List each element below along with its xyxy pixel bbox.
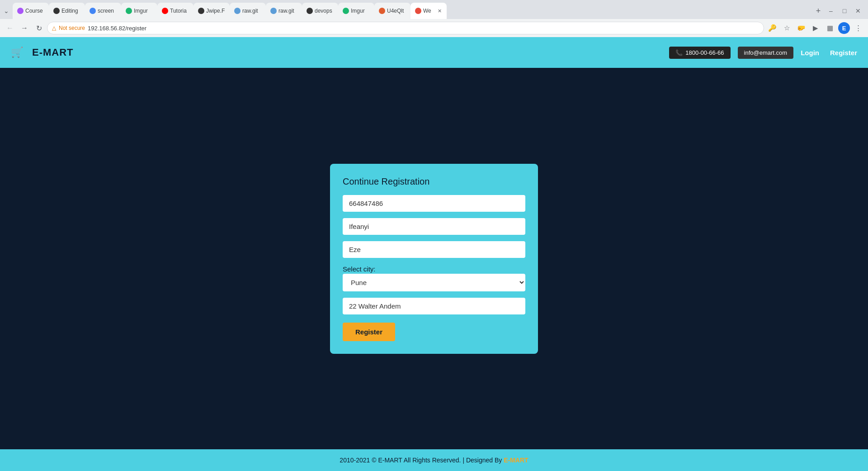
key-icon[interactable]: 🔑 [766, 22, 778, 34]
tab-favicon-4 [162, 8, 168, 14]
browser-tab-5[interactable]: Jwipe.F [193, 3, 230, 19]
tab-favicon-0 [17, 8, 24, 14]
menu-icon[interactable]: ⋮ [852, 22, 864, 34]
brand-name: E-MART [32, 47, 74, 58]
media-icon[interactable]: ▶ [809, 22, 822, 34]
browser-tab-1[interactable]: Editing [49, 3, 85, 19]
tab-favicon-9 [343, 8, 349, 14]
footer-brand: E-MART [504, 457, 528, 464]
register-button[interactable]: Register [343, 323, 395, 341]
tab-favicon-5 [198, 8, 204, 14]
first-name-input[interactable] [343, 218, 525, 235]
browser-tab-6[interactable]: raw.git [230, 3, 266, 19]
browser-tab-0[interactable]: Course [13, 3, 49, 19]
browser-tab-11[interactable]: We✕ [410, 3, 447, 19]
tab-label-8: devops [315, 8, 335, 14]
browser-chrome: ⌄ CourseEditingscreenImgurTutoriaJwipe.F… [0, 0, 868, 37]
tab-favicon-11 [415, 8, 421, 14]
tab-favicon-3 [126, 8, 132, 14]
login-link[interactable]: Login [801, 49, 819, 57]
browser-tab-7[interactable]: raw.git [266, 3, 302, 19]
tab-favicon-8 [307, 8, 313, 14]
tab-label-0: Course [25, 8, 45, 14]
copyright-text: 2010-2021 © E-MART All Rights Reserved. … [340, 457, 504, 464]
extensions-icon[interactable]: 🤛 [795, 22, 807, 34]
tab-favicon-2 [90, 8, 96, 14]
security-warning-text: Not secure [59, 25, 85, 31]
last-name-input[interactable] [343, 241, 525, 258]
browser-tab-3[interactable]: Imgur [121, 3, 157, 19]
tab-label-5: Jwipe.F [206, 8, 226, 14]
phone-badge: 📞 1800-00-66-66 [669, 47, 730, 59]
site-header: 🛒 E-MART 📞 1800-00-66-66 info@emart.com … [0, 37, 868, 68]
browser-tab-2[interactable]: screen [85, 3, 121, 19]
tab-label-7: raw.git [278, 8, 298, 14]
address-text: 192.168.56.82/register [88, 25, 146, 32]
phone-number: 1800-00-66-66 [685, 49, 724, 56]
city-select-group: Select city: PuneMumbaiDelhiBangaloreChe… [343, 264, 525, 291]
back-button[interactable]: ← [4, 22, 16, 34]
bookmark-icon[interactable]: ☆ [780, 22, 793, 34]
phone-input[interactable] [343, 195, 525, 212]
email-address: info@emart.com [744, 49, 788, 56]
registration-form-card: Continue Registration Select city: PuneM… [330, 164, 538, 354]
tab-label-6: raw.git [242, 8, 262, 14]
register-link[interactable]: Register [830, 49, 857, 57]
tab-favicon-1 [53, 8, 60, 14]
cart-icon: 🛒 [11, 47, 23, 58]
security-warning-icon: △ [52, 25, 56, 31]
phone-icon: 📞 [675, 49, 683, 56]
browser-tab-8[interactable]: devops [302, 3, 338, 19]
reload-button[interactable]: ↻ [33, 22, 45, 34]
city-select[interactable]: PuneMumbaiDelhiBangaloreChennai [343, 274, 525, 291]
address-input[interactable] [343, 298, 525, 314]
tab-scroll-btn[interactable]: ⌄ [0, 3, 13, 19]
tab-favicon-6 [234, 8, 241, 14]
app: 🛒 E-MART 📞 1800-00-66-66 info@emart.com … [0, 37, 868, 471]
email-badge: info@emart.com [738, 47, 794, 59]
tab-favicon-10 [379, 8, 385, 14]
tab-bar: ⌄ CourseEditingscreenImgurTutoriaJwipe.F… [0, 0, 868, 19]
maximize-button[interactable]: □ [838, 5, 851, 17]
tab-label-2: screen [98, 8, 118, 14]
tab-label-11: We [423, 8, 434, 14]
sidebar-icon[interactable]: ▦ [824, 22, 836, 34]
address-bar[interactable]: △ Not secure 192.168.56.82/register [47, 22, 764, 34]
window-controls: – □ ✕ [825, 5, 868, 17]
tab-label-4: Tutoria [170, 8, 190, 14]
tab-label-1: Editing [61, 8, 81, 14]
main-content: Continue Registration Select city: PuneM… [0, 68, 868, 449]
tab-favicon-7 [270, 8, 277, 14]
close-button[interactable]: ✕ [852, 5, 864, 17]
tab-label-3: Imgur [134, 8, 154, 14]
form-title: Continue Registration [343, 176, 525, 187]
new-tab-button[interactable]: + [812, 3, 825, 19]
tab-close-11[interactable]: ✕ [436, 7, 443, 14]
tab-label-10: U4eQlt [387, 8, 407, 14]
address-bar-row: ← → ↻ △ Not secure 192.168.56.82/registe… [0, 19, 868, 37]
city-select-label: Select city: [343, 265, 525, 273]
header-nav: Login Register [801, 49, 857, 57]
browser-tab-4[interactable]: Tutoria [157, 3, 193, 19]
toolbar-actions: 🔑 ☆ 🤛 ▶ ▦ E ⋮ [766, 22, 864, 34]
minimize-button[interactable]: – [825, 5, 837, 17]
site-footer: 2010-2021 © E-MART All Rights Reserved. … [0, 449, 868, 471]
forward-button[interactable]: → [18, 22, 31, 34]
tab-label-9: Imgur [351, 8, 371, 14]
browser-tab-9[interactable]: Imgur [338, 3, 374, 19]
profile-avatar[interactable]: E [838, 22, 850, 34]
browser-tab-10[interactable]: U4eQlt [374, 3, 410, 19]
